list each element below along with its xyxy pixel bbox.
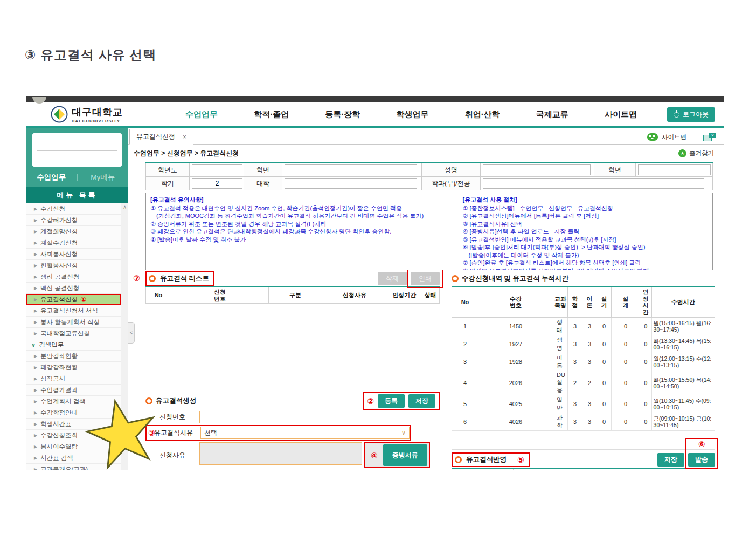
logout-button[interactable]: 로그아웃 <box>667 107 715 122</box>
breadcrumb-row: 수업업무 > 신청업무 > 유고결석신청 ★ 즐겨찾기 <box>128 145 724 161</box>
sidebar-menu-item[interactable]: 생리 공결신청 <box>26 271 121 283</box>
notice-line: ④ [증빙서류]선택 후 파일 업로드 - 저장 클릭 <box>463 228 708 236</box>
annotation-7: ⑦ <box>133 274 140 282</box>
absence-create-section: 유고결석생성 ② 등록 저장 신청번호 <box>145 393 440 470</box>
arrow-icon <box>34 229 37 234</box>
grade-input[interactable] <box>638 164 711 175</box>
send-button[interactable]: 발송 <box>688 453 715 467</box>
favorite-link[interactable]: 즐겨찾기 <box>689 149 714 157</box>
nav-item[interactable]: 취업·산학 <box>465 109 500 120</box>
sidebar-menu-item[interactable]: 헌혈봉사신청 <box>26 260 121 271</box>
dept-label: 학과(부)/전공 <box>422 177 481 190</box>
arrow-icon <box>34 308 37 313</box>
column-header: 수강 번호 <box>478 287 553 317</box>
sidebar-menu-item[interactable]: 검색업무 <box>26 339 121 351</box>
create-save-button[interactable]: 저장 <box>408 394 435 408</box>
reason-select[interactable]: 선택 ∨ <box>200 427 410 439</box>
column-header: No <box>452 287 478 317</box>
annotation-box-2: ② 등록 저장 <box>363 392 440 410</box>
apply-save-button[interactable]: 저장 <box>657 453 684 467</box>
nav-item[interactable]: 등록·장학 <box>325 109 360 120</box>
sidebar-tab-mymenu[interactable]: My메뉴 <box>78 173 129 182</box>
nav-item[interactable]: 사이트맵 <box>605 109 637 120</box>
sidebar-menu-item[interactable]: 성적공시 <box>26 373 121 385</box>
enrollment-row[interactable]: 54025일반33000월(10:30~11:45) 수(09:00~10:15… <box>452 395 715 413</box>
create-section-title: 유고결석생성 <box>156 396 196 406</box>
sidebar-menu-item[interactable]: 폐강강좌현황 <box>26 362 121 373</box>
sidebar-menu-item[interactable]: 계절희망신청 <box>26 226 121 237</box>
name-input[interactable] <box>483 164 591 175</box>
nav-item[interactable]: 학적·졸업 <box>254 109 289 120</box>
evidence-button[interactable]: 증빙서류 <box>383 444 427 466</box>
year-input[interactable] <box>192 164 242 175</box>
scroll-up-icon[interactable]: ∧ <box>121 204 128 210</box>
tab-bar: 유고결석신청 × 사이트맵 <box>128 128 724 145</box>
menu-item-label: 유고결석신청 <box>40 296 78 304</box>
power-icon <box>674 112 679 118</box>
tab-close-icon[interactable]: × <box>183 133 186 141</box>
register-button[interactable]: 등록 <box>378 394 405 408</box>
annotation-4: ④ <box>371 451 378 459</box>
arrow-icon <box>34 263 37 268</box>
university-logo[interactable]: 대구대학교 DAEGUUNIVERSITY <box>51 106 164 124</box>
sidebar-menu-item[interactable]: 분반강좌현황 <box>26 351 121 362</box>
sidebar-menu-item[interactable]: 수업평가결과 <box>26 385 121 396</box>
semester-input[interactable] <box>192 178 242 189</box>
sidebar-menu-item[interactable]: 사회봉사신청 <box>26 249 121 260</box>
sidebar-menu-item[interactable]: 유고결석신청서 서식 <box>26 305 121 317</box>
arrow-icon <box>34 320 37 325</box>
sitemap-link[interactable]: 사이트맵 <box>662 133 686 141</box>
period-start-input[interactable] <box>199 470 266 470</box>
enrollment-row[interactable]: 42026DU실용22000화(15:00~15:50) 목(14:00~14:… <box>452 371 715 395</box>
nav-item[interactable]: 수업업무 <box>185 109 218 120</box>
column-header: 교과목명 <box>553 287 568 317</box>
reason-select-value: 선택 <box>204 428 217 437</box>
apply-no-input[interactable] <box>199 411 266 423</box>
logo-emblem-icon <box>51 106 68 123</box>
sidebar-menu-item[interactable]: 봉사 활동계획서 작성 <box>26 317 121 328</box>
dept-input[interactable] <box>483 178 704 189</box>
period-end-input[interactable] <box>279 470 345 470</box>
column-header: 신청사유 <box>322 287 387 304</box>
nav-item[interactable]: 국제교류 <box>536 109 568 120</box>
sidebar-menu-item[interactable]: 백신 공결신청 <box>26 283 121 294</box>
sidebar-collapse-handle[interactable]: < <box>128 322 135 344</box>
arrow-icon <box>34 467 37 471</box>
notice-right-title: [유고결석 사용 절차] <box>463 196 708 204</box>
arrow-icon <box>34 275 37 279</box>
close-windows-icon[interactable] <box>703 133 716 141</box>
chevron-down-icon: ∨ <box>401 429 406 436</box>
enrollment-row[interactable]: 11450생태33000월(15:00~16:15) 월(16:30~17:45… <box>452 317 715 335</box>
page-tab[interactable]: 유고결석신청 × <box>129 129 193 145</box>
logo-title: 대구대학교 <box>72 106 123 119</box>
notice-left-title: [유고결석 유의사항] <box>150 196 463 204</box>
sidebar-menu-item[interactable]: 수강신청 <box>26 203 121 215</box>
arrow-icon <box>34 286 37 291</box>
menu-item-label: 수강신청조회 <box>40 431 78 440</box>
logo-subtitle: DAEGUUNIVERSITY <box>72 119 123 124</box>
nav-item[interactable]: 학생업무 <box>396 109 428 120</box>
column-header: 구분 <box>269 287 322 304</box>
college-input[interactable] <box>285 178 417 189</box>
sidebar-menu-item[interactable]: 계절수강신청 <box>26 237 121 249</box>
sidebar-tab-lecture[interactable]: 수업업무 <box>26 173 77 182</box>
hakbun-input[interactable] <box>285 164 417 175</box>
menu-item-label: 시간표 검색 <box>40 454 73 462</box>
absence-apply-table: No수강 번호교과목명인정 시간 ✓ <box>452 468 715 470</box>
sitemap-icon <box>647 133 658 141</box>
sidebar-menu-item[interactable]: 수강허가신청 <box>26 215 121 226</box>
enrollment-row[interactable]: 21927생명33000화(13:30~14:45) 목(15:00~16:15… <box>452 335 715 353</box>
delete-button[interactable]: 삭제 <box>378 272 407 285</box>
sidebar-menu-item[interactable]: 유고결석신청 ① <box>26 294 121 305</box>
arrow-icon <box>34 433 37 438</box>
enrollment-row[interactable]: 31928아동33000월(12:00~13:15) 수(12:00~13:15… <box>452 353 715 371</box>
column-header: 교과목명 <box>514 469 636 470</box>
arrow-icon <box>34 422 37 427</box>
sidebar-menu-item[interactable]: 국내학점교류신청 <box>26 328 121 339</box>
grade-label: 학년 <box>594 163 636 177</box>
print-button[interactable]: 인쇄 <box>411 272 440 285</box>
menu-item-label: 학생시간표 <box>40 420 72 428</box>
annotation-box-5: 유고결석반영 ⑤ <box>452 452 530 467</box>
enrollment-row[interactable]: 64026과학33000금(09:00~10:15) 금(10:30~11:45… <box>452 413 715 430</box>
reason-textarea[interactable] <box>199 442 362 465</box>
